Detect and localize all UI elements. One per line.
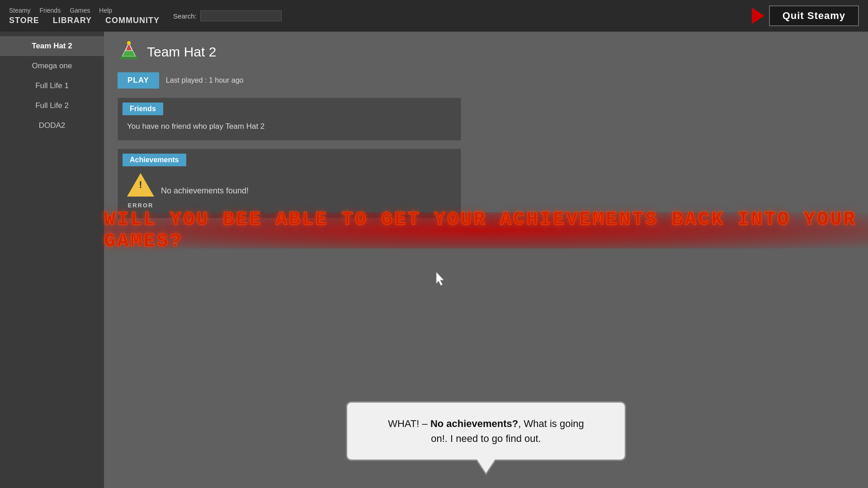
speech-bubble: WHAT! – No achievements?, What is going … [346,401,626,461]
warning-container: ! ERROR [127,173,154,209]
play-button[interactable]: PLAY [118,72,159,89]
achievements-panel: Achievements ! ERROR No achievements fou… [118,149,461,218]
achievements-panel-header: Achievements [123,154,186,166]
game-title: Team Hat 2 [147,44,216,60]
top-bar: Steamy Friends Games Help STORE LIBRARY … [0,0,868,32]
menu-steamy[interactable]: Steamy [9,7,30,14]
game-header: Team Hat 2 [118,41,854,63]
search-area: Search: [173,10,282,21]
search-input[interactable] [200,10,282,21]
nav-library[interactable]: LIBRARY [53,16,92,25]
error-label: ERROR [128,202,154,209]
bubble-line2: on!. I need to go find out. [431,433,541,444]
bubble-text: WHAT! – No achievements?, What is going … [365,416,607,446]
play-row: PLAY Last played : 1 hour ago [118,72,854,89]
friends-panel-header: Friends [123,103,163,115]
app-menu: Steamy Friends Games Help [9,7,160,14]
bubble-line1-suffix: , What is going [518,418,584,429]
menu-friends[interactable]: Friends [39,7,61,14]
sidebar-item-team-hat-2[interactable]: Team Hat 2 [0,36,104,56]
nav-links: STORE LIBRARY COMMUNITY [9,16,160,25]
nav-community[interactable]: COMMUNITY [105,16,160,25]
red-banner: WILL YOU BEE ABLE TO GET YOUR ACHIEVEMEN… [104,212,868,249]
menu-left: Steamy Friends Games Help STORE LIBRARY … [9,7,160,25]
friends-panel-body: You have no friend who play Team Hat 2 [118,117,461,140]
warning-exclamation: ! [139,180,142,190]
bubble-line1-bold: No achievements? [430,418,518,429]
sidebar-item-doda2[interactable]: DODA2 [0,116,104,136]
sidebar-item-full-life-2[interactable]: Full Life 2 [0,96,104,116]
friends-panel: Friends You have no friend who play Team… [118,98,461,141]
menu-games[interactable]: Games [70,7,90,14]
warning-icon: ! [127,173,154,200]
svg-rect-2 [120,56,137,59]
nav-store[interactable]: STORE [9,16,39,25]
sidebar-item-full-life-1[interactable]: Full Life 1 [0,76,104,96]
sidebar: Team Hat 2 Omega one Full Life 1 Full Li… [0,32,104,488]
no-achievements-text: No achievements found! [161,186,249,196]
bubble-line1-prefix: WHAT! – [388,418,430,429]
quit-btn-area: Quit Steamy [752,5,859,26]
search-label: Search: [173,12,197,20]
last-played: Last played : 1 hour ago [166,76,244,84]
sidebar-item-omega-one[interactable]: Omega one [0,56,104,76]
main-layout: Team Hat 2 Omega one Full Life 1 Full Li… [0,32,868,488]
quit-button[interactable]: Quit Steamy [769,5,859,26]
banner-text: WILL YOU BEE ABLE TO GET YOUR ACHIEVEMEN… [104,209,868,252]
play-triangle-icon [752,8,764,24]
menu-help[interactable]: Help [99,7,112,14]
svg-point-3 [127,41,131,45]
game-icon [118,41,140,63]
content-area: Team Hat 2 PLAY Last played : 1 hour ago… [104,32,868,488]
cursor-icon [434,271,448,285]
